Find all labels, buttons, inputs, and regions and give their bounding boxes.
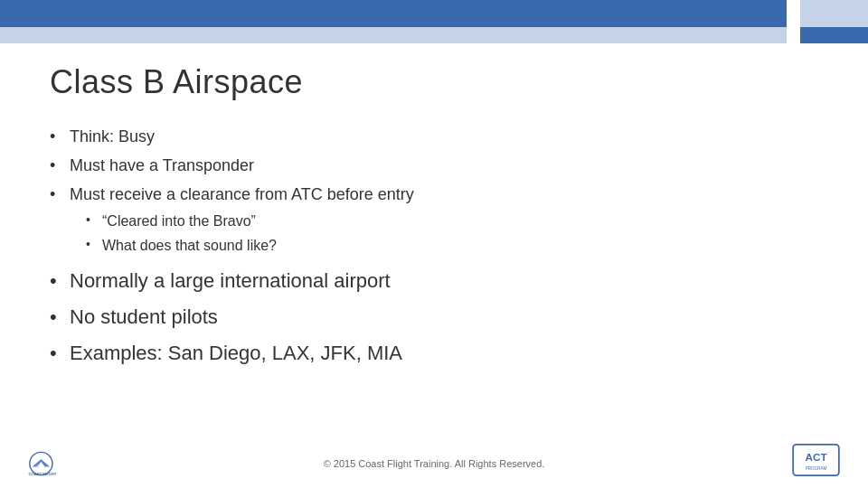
svg-marker-1 <box>33 459 51 466</box>
footer-copyright: © 2015 Coast Flight Training. All Rights… <box>324 458 545 469</box>
main-bullet-list: Think: Busy Must have a Transponder Must… <box>50 125 818 256</box>
act-logo-icon: ACT PROGRAM <box>791 443 841 477</box>
slide-title: Class B Airspace <box>50 63 818 101</box>
footer: COAST FLIGHT © 2015 Coast Flight Trainin… <box>0 438 868 488</box>
bullet-examples: Examples: San Diego, LAX, JFK, MIA <box>50 339 818 368</box>
bullet-transponder: Must have a Transponder <box>50 154 818 177</box>
slide-content: Class B Airspace Think: Busy Must have a… <box>50 63 818 434</box>
bullet-no-student: No student pilots <box>50 303 818 332</box>
top-bar-accent-top <box>800 0 868 27</box>
coast-flight-icon: COAST FLIGHT <box>27 446 65 481</box>
bullet-think-busy: Think: Busy <box>50 125 818 148</box>
bullet-clearance: Must receive a clearance from ATC before… <box>50 183 818 256</box>
top-bar-light <box>0 27 787 43</box>
top-bar-blue <box>0 0 787 27</box>
act-logo-container: ACT PROGRAM <box>791 443 841 481</box>
svg-text:ACT: ACT <box>805 451 827 463</box>
coast-flight-logo-container: COAST FLIGHT <box>27 446 65 481</box>
svg-text:PROGRAM: PROGRAM <box>806 466 827 471</box>
sub-bullet-sound: What does that sound like? <box>86 236 818 256</box>
main-bullets-section: Think: Busy Must have a Transponder Must… <box>50 125 818 256</box>
svg-text:COAST FLIGHT: COAST FLIGHT <box>28 472 56 476</box>
sub-bullet-list: “Cleared into the Bravo” What does that … <box>86 211 818 256</box>
sub-bullet-cleared: “Cleared into the Bravo” <box>86 211 818 231</box>
bullet-normally: Normally a large international airport <box>50 267 818 296</box>
top-bar-container <box>0 0 868 43</box>
top-bar-accent-bottom <box>800 27 868 43</box>
secondary-bullet-list: Normally a large international airport N… <box>50 267 818 368</box>
